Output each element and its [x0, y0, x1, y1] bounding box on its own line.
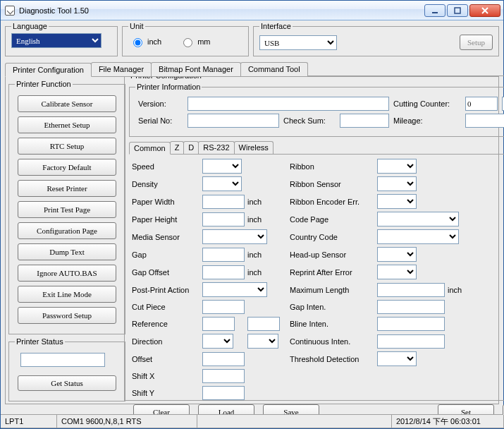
cutting-counter-field-1[interactable]: [465, 97, 498, 111]
bline-inten-field[interactable]: [377, 317, 445, 331]
cut-piece-label: Cut Piece: [132, 303, 199, 311]
print-test-page-button[interactable]: Print Test Page: [18, 201, 116, 218]
tab-file-manager[interactable]: File Manager: [91, 62, 152, 76]
close-button[interactable]: [469, 4, 500, 17]
factory-default-button[interactable]: Factory Default: [18, 159, 116, 176]
printer-status-field[interactable]: [20, 353, 105, 367]
minimize-icon: [431, 7, 438, 14]
serial-no-label: Serial No:: [138, 116, 183, 125]
code-page-label: Code Page: [290, 215, 374, 224]
exit-line-mode-button[interactable]: Exit Line Mode: [18, 286, 116, 303]
version-field[interactable]: [188, 97, 389, 111]
gap-label: Gap: [132, 250, 199, 259]
shift-y-label: Shift Y: [132, 389, 199, 397]
maximize-icon: [454, 7, 461, 14]
media-sensor-select[interactable]: [202, 229, 267, 244]
check-sum-label: Check Sum:: [283, 116, 336, 125]
language-group: Language English: [5, 22, 118, 56]
paper-height-label: Paper Height: [132, 215, 199, 224]
tab-wireless[interactable]: Wireless: [234, 141, 273, 154]
ribbon-sensor-label: Ribbon Sensor: [290, 180, 374, 188]
ribbon-label: Ribbon: [290, 162, 374, 171]
maximize-button[interactable]: [447, 4, 468, 17]
unit-mm-text: mm: [197, 37, 210, 46]
tab-rs232[interactable]: RS-232: [198, 141, 234, 154]
language-select[interactable]: English: [11, 33, 102, 48]
post-print-select[interactable]: [202, 282, 267, 297]
status-com: COM1 9600,N,8,1 RTS: [56, 415, 197, 428]
mileage-field[interactable]: [465, 114, 504, 128]
ethernet-setup-button[interactable]: Ethernet Setup: [18, 116, 116, 133]
tab-command-tool[interactable]: Command Tool: [240, 62, 308, 76]
direction-label: Direction: [132, 337, 199, 346]
tab-z[interactable]: Z: [170, 141, 185, 154]
code-page-select[interactable]: [377, 212, 459, 226]
reference-field-1[interactable]: [202, 317, 235, 331]
unit-mm-radio[interactable]: [183, 38, 192, 47]
unit-mm-label[interactable]: mm: [180, 36, 210, 47]
printer-configuration-group: Printer Configuration Printer Informatio…: [124, 71, 504, 401]
left-column: Printer Function Calibrate Sensor Ethern…: [8, 80, 121, 401]
cont-inten-field[interactable]: [377, 334, 445, 349]
check-sum-field[interactable]: [340, 114, 389, 128]
reprint-select[interactable]: [377, 265, 417, 279]
interface-select[interactable]: USB: [259, 35, 337, 50]
paper-width-unit: inch: [247, 198, 267, 206]
paper-height-field[interactable]: [202, 212, 245, 226]
country-code-select[interactable]: [377, 229, 459, 244]
headup-select[interactable]: [377, 247, 417, 262]
status-spacer: [197, 415, 392, 428]
mileage-label: Mileage:: [393, 116, 461, 125]
density-label: Density: [132, 180, 199, 188]
ribbon-encoder-select[interactable]: [377, 194, 417, 209]
printer-function-group: Printer Function Calibrate Sensor Ethern…: [8, 80, 125, 334]
unit-inch-label[interactable]: inch: [130, 36, 161, 47]
shift-x-field[interactable]: [202, 369, 245, 383]
shift-y-field[interactable]: [202, 386, 245, 400]
paper-width-field[interactable]: [202, 195, 245, 209]
ribbon-select[interactable]: [377, 159, 417, 174]
ignore-autobas-button[interactable]: Ignore AUTO.BAS: [18, 265, 116, 282]
threshold-select[interactable]: [377, 351, 417, 366]
tab-bitmap-font-manager[interactable]: Bitmap Font Manager: [151, 62, 241, 76]
gap-offset-field[interactable]: [202, 265, 245, 279]
interface-legend: Interface: [259, 22, 293, 30]
max-len-unit: inch: [448, 286, 469, 294]
offset-label: Offset: [132, 355, 199, 363]
minimize-button[interactable]: [424, 4, 445, 17]
direction-select-1[interactable]: [202, 334, 233, 349]
client-area: Language English Unit inch mm Interface …: [1, 20, 503, 414]
density-select[interactable]: [202, 176, 242, 191]
reset-printer-button[interactable]: Reset Printer: [18, 180, 116, 197]
calibrate-sensor-button[interactable]: Calibrate Sensor: [18, 95, 116, 112]
speed-select[interactable]: [202, 159, 242, 174]
serial-no-field[interactable]: [188, 114, 279, 128]
password-setup-button[interactable]: Password Setup: [18, 307, 116, 324]
cut-piece-field[interactable]: [202, 300, 245, 314]
tab-common[interactable]: Common: [129, 142, 171, 155]
unit-inch-text: inch: [147, 37, 161, 46]
interface-setup-button[interactable]: Setup: [460, 35, 493, 50]
unit-group: Unit inch mm: [122, 22, 249, 56]
tab-d[interactable]: D: [183, 141, 199, 154]
printer-function-legend: Printer Function: [15, 80, 73, 88]
reprint-label: Reprint After Error: [290, 268, 374, 277]
tab-printer-configuration[interactable]: Printer Configuration: [5, 63, 92, 77]
direction-select-2[interactable]: [247, 334, 278, 349]
offset-field[interactable]: [202, 352, 245, 366]
rtc-setup-button[interactable]: RTC Setup: [18, 138, 116, 155]
ribbon-sensor-select[interactable]: [377, 176, 417, 191]
window-title: Diagnostic Tool 1.50: [19, 6, 424, 15]
ribbon-encoder-label: Ribbon Encoder Err.: [290, 198, 374, 206]
gap-inten-field[interactable]: [377, 300, 445, 314]
get-status-button[interactable]: Get Status: [18, 375, 116, 391]
printer-information-legend: Printer Information: [135, 83, 202, 91]
close-icon: [481, 7, 488, 14]
gap-field[interactable]: [202, 248, 245, 262]
unit-inch-radio[interactable]: [133, 38, 142, 47]
status-lpt: LPT1: [1, 415, 57, 428]
dump-text-button[interactable]: Dump Text: [18, 243, 116, 260]
reference-field-2[interactable]: [247, 317, 280, 331]
max-len-field[interactable]: [377, 283, 445, 297]
configuration-page-button[interactable]: Configuration Page: [18, 222, 116, 239]
